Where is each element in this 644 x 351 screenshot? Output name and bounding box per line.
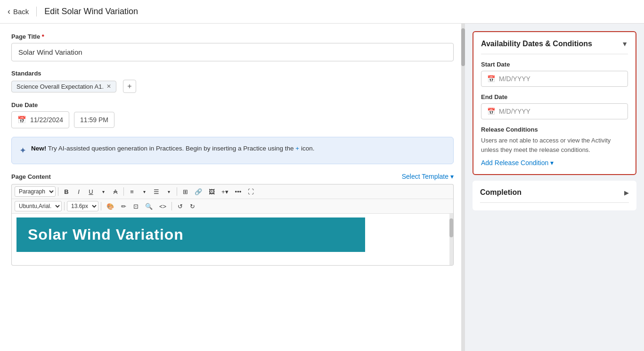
toolbar-divider-1 bbox=[58, 187, 58, 196]
select-template-button[interactable]: Select Template ▾ bbox=[402, 173, 454, 180]
due-date-label: Due Date bbox=[11, 101, 454, 109]
standards-tag: Science Overall Expectation A1. ✕ bbox=[11, 81, 116, 92]
plus-icon: + bbox=[127, 82, 131, 91]
add-release-chevron-icon: ▾ bbox=[550, 159, 554, 167]
insert-dropdown-button[interactable]: +▾ bbox=[219, 187, 231, 197]
back-arrow-icon: ‹ bbox=[8, 7, 10, 17]
format-paint-button[interactable]: 🎨 bbox=[104, 201, 117, 211]
remove-standard-button[interactable]: ✕ bbox=[106, 83, 111, 90]
resize-button[interactable]: ⊡ bbox=[130, 201, 141, 211]
due-time-value: 11:59 PM bbox=[80, 116, 108, 124]
font-select[interactable]: Ubuntu,Arial... bbox=[15, 201, 62, 211]
ai-banner-plus: + bbox=[295, 145, 299, 152]
start-date-label: Start Date bbox=[481, 61, 628, 68]
paragraph-select[interactable]: Paragraph bbox=[15, 186, 56, 197]
fullscreen-button[interactable]: ⛶ bbox=[245, 187, 257, 197]
main-scrollbar-thumb bbox=[461, 28, 465, 66]
completion-expand-icon[interactable]: ▶ bbox=[624, 189, 629, 196]
completion-card-header: Completion ▶ bbox=[480, 188, 629, 197]
editor-scrollbar[interactable] bbox=[449, 214, 453, 265]
completion-divider bbox=[480, 202, 629, 203]
ai-sparkle-icon: ✦ bbox=[19, 144, 26, 157]
end-date-placeholder: M/D/YYYY bbox=[499, 108, 530, 115]
end-date-calendar-icon: 📅 bbox=[487, 108, 495, 115]
select-template-label: Select Template bbox=[402, 173, 448, 180]
find-replace-button[interactable]: 🔍 bbox=[142, 201, 155, 211]
image-button[interactable]: 🖼 bbox=[206, 187, 218, 197]
editor-scrollbar-thumb bbox=[449, 218, 453, 237]
code-button[interactable]: <> bbox=[156, 201, 169, 211]
undo-button[interactable]: ↺ bbox=[174, 201, 186, 211]
start-date-picker[interactable]: 📅 M/D/YYYY bbox=[481, 71, 628, 87]
back-button[interactable]: ‹ Back bbox=[8, 7, 37, 17]
release-conditions-section: Release Conditions Users are not able to… bbox=[481, 126, 628, 167]
due-date-row: 📅 11/22/2024 11:59 PM bbox=[11, 111, 454, 128]
toolbar-divider-5 bbox=[101, 202, 101, 210]
bold-button[interactable]: B bbox=[61, 187, 72, 197]
left-panel: Page Title * Standards Science Overall E… bbox=[0, 24, 465, 351]
strikethrough-button[interactable]: A bbox=[110, 187, 121, 197]
completion-title: Completion bbox=[480, 188, 522, 197]
page-content-label: Page Content bbox=[11, 173, 51, 180]
toolbar-divider-3 bbox=[177, 187, 177, 196]
page-content-section: Page Content Select Template ▾ Paragraph… bbox=[11, 173, 454, 266]
underline-button[interactable]: U bbox=[85, 187, 97, 197]
standards-section: Standards Science Overall Expectation A1… bbox=[11, 70, 454, 93]
page-content-header: Page Content Select Template ▾ bbox=[11, 173, 454, 180]
page-title: Edit Solar Wind Variation bbox=[44, 7, 138, 17]
link-button[interactable]: 🔗 bbox=[192, 187, 205, 197]
page-title-section: Page Title * bbox=[11, 33, 454, 61]
availability-card-title: Availability Dates & Conditions bbox=[481, 40, 592, 48]
end-date-picker[interactable]: 📅 M/D/YYYY bbox=[481, 103, 628, 119]
due-date-value: 11/22/2024 bbox=[30, 116, 63, 124]
ai-banner-content: New! Try AI-assisted question generation… bbox=[31, 144, 315, 153]
ai-banner-new: New! bbox=[31, 145, 46, 152]
start-date-calendar-icon: 📅 bbox=[487, 75, 495, 83]
end-date-field: End Date 📅 M/D/YYYY bbox=[481, 93, 628, 119]
due-date-picker[interactable]: 📅 11/22/2024 bbox=[11, 111, 69, 128]
availability-card: Availability Dates & Conditions ▼ Start … bbox=[473, 31, 636, 175]
completion-card: Completion ▶ bbox=[473, 181, 636, 210]
add-release-label: Add Release Condition bbox=[481, 159, 548, 167]
availability-card-header: Availability Dates & Conditions ▼ bbox=[481, 40, 628, 48]
align-button[interactable]: ≡ bbox=[126, 187, 138, 197]
align-dropdown-button[interactable]: ▾ bbox=[139, 188, 150, 196]
standards-tag-text: Science Overall Expectation A1. bbox=[16, 83, 104, 90]
editor-toolbar: Paragraph B I U ▾ A ≡ ▾ ☰ ▾ ⊞ 🔗 🖼 bbox=[11, 184, 454, 214]
release-conditions-desc: Users are not able to access or view the… bbox=[481, 136, 628, 154]
toolbar-divider-4 bbox=[64, 202, 65, 210]
toolbar-row-2: Ubuntu,Arial... 13.6px 🎨 ✏ ⊡ 🔍 <> ↺ ↻ bbox=[12, 199, 453, 214]
toolbar-divider-2 bbox=[123, 187, 124, 196]
toolbar-row-1: Paragraph B I U ▾ A ≡ ▾ ☰ ▾ ⊞ 🔗 🖼 bbox=[12, 184, 453, 199]
highlight-button[interactable]: ✏ bbox=[118, 201, 129, 211]
list-button[interactable]: ☰ bbox=[151, 187, 162, 197]
availability-divider bbox=[481, 54, 628, 54]
add-standard-button[interactable]: + bbox=[123, 80, 136, 93]
page-title-input[interactable] bbox=[11, 43, 454, 61]
right-panel: Availability Dates & Conditions ▼ Start … bbox=[465, 24, 644, 351]
availability-collapse-icon[interactable]: ▼ bbox=[621, 40, 628, 48]
ai-banner-suffix: icon. bbox=[301, 145, 315, 152]
redo-button[interactable]: ↻ bbox=[187, 201, 198, 211]
more-button[interactable]: ••• bbox=[232, 187, 245, 197]
underline-dropdown-button[interactable]: ▾ bbox=[98, 188, 109, 196]
main-scrollbar-track[interactable] bbox=[461, 24, 465, 351]
list-dropdown-button[interactable]: ▾ bbox=[163, 188, 174, 196]
content-title-banner: Solar Wind Variation bbox=[16, 217, 365, 252]
due-time-picker[interactable]: 11:59 PM bbox=[74, 112, 114, 128]
editor-body[interactable]: Solar Wind Variation bbox=[11, 214, 454, 266]
add-release-condition-button[interactable]: Add Release Condition ▾ bbox=[481, 159, 554, 167]
start-date-placeholder: M/D/YYYY bbox=[499, 75, 530, 83]
standards-label: Standards bbox=[11, 70, 454, 77]
end-date-label: End Date bbox=[481, 93, 628, 100]
table-button[interactable]: ⊞ bbox=[179, 187, 191, 197]
toolbar-divider-6 bbox=[171, 202, 172, 210]
start-date-field: Start Date 📅 M/D/YYYY bbox=[481, 61, 628, 87]
font-size-select[interactable]: 13.6px bbox=[67, 201, 98, 211]
required-marker: * bbox=[42, 33, 44, 40]
italic-button[interactable]: I bbox=[73, 187, 84, 197]
release-conditions-label: Release Conditions bbox=[481, 126, 628, 133]
back-label: Back bbox=[13, 8, 29, 16]
chevron-down-icon: ▾ bbox=[450, 173, 454, 180]
page-title-label: Page Title * bbox=[11, 33, 454, 40]
